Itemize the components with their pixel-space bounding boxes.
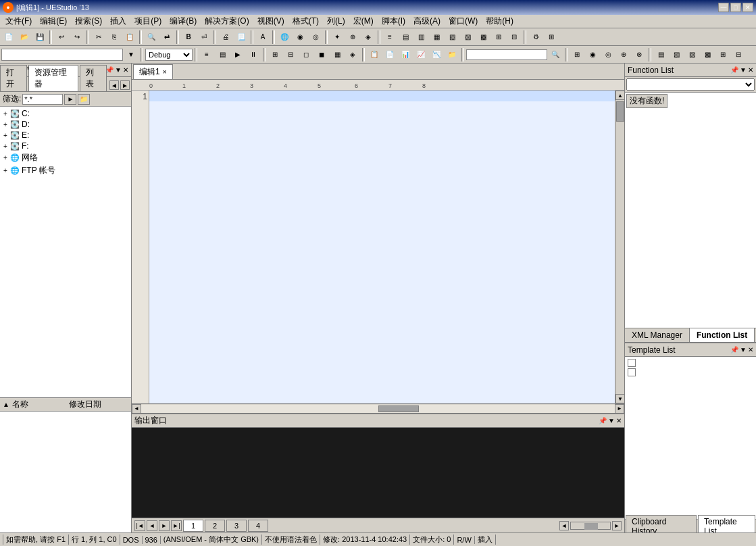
tb-r2-5[interactable]: ⊞ (268, 47, 282, 62)
tb-r2-14[interactable]: 📈 (413, 47, 428, 62)
tb-copy[interactable]: ⎘ (107, 30, 122, 45)
menu-file[interactable]: 文件(F) (1, 14, 36, 28)
fl-float-icon[interactable]: ▼ (740, 66, 747, 74)
tb-r2-11[interactable]: 📋 (367, 47, 382, 62)
tb-web[interactable]: 🌐 (277, 30, 292, 45)
scroll-track-v[interactable] (615, 100, 624, 394)
tb-r2-9[interactable]: ▦ (330, 47, 345, 62)
output-float-icon[interactable]: ▼ (608, 417, 615, 424)
tb-x5[interactable]: ▤ (398, 30, 413, 45)
menu-column[interactable]: 列(L) (323, 14, 349, 28)
tb-find[interactable]: 🔍 (144, 30, 159, 45)
tb-x8[interactable]: ▧ (445, 30, 459, 45)
page-scroll-right[interactable]: ► (612, 521, 622, 530)
maximize-button[interactable]: □ (730, 3, 741, 12)
tb-spell[interactable]: A (255, 30, 270, 45)
tb-x11[interactable]: ⊞ (491, 30, 506, 45)
tb-x1[interactable]: ✦ (330, 30, 345, 45)
page-next-button[interactable]: ► (159, 520, 170, 531)
tab-clipboard-history[interactable]: Clipboard History (626, 515, 697, 533)
editor-tab-close[interactable]: × (163, 68, 167, 76)
tab-open[interactable]: 打开 (0, 65, 27, 91)
editor-text-area[interactable] (149, 91, 615, 403)
filter-folder-button[interactable]: 📁 (78, 94, 90, 105)
tree-item-e[interactable]: + 💽 E: (1, 130, 130, 141)
tb-print2[interactable]: 📃 (234, 30, 249, 45)
editor-tab-1[interactable]: 编辑1 × (133, 64, 173, 79)
vertical-scrollbar[interactable]: ▲ ▼ (615, 91, 624, 403)
tb-bold[interactable]: B (181, 30, 196, 45)
minimize-button[interactable]: — (718, 3, 729, 12)
filter-go-button[interactable]: ► (64, 94, 76, 105)
scroll-right-button[interactable]: ► (615, 404, 624, 414)
tb-r2-4[interactable]: ⏸ (246, 47, 261, 62)
tab-function-list[interactable]: Function List (690, 328, 755, 342)
tb-r2-23[interactable]: ▧ (669, 47, 684, 62)
menu-solution[interactable]: 解决方案(O) (201, 14, 253, 28)
tb-web3[interactable]: ◎ (308, 30, 323, 45)
scroll-track-h[interactable] (141, 405, 615, 413)
tb-r2-20[interactable]: ⊕ (616, 47, 631, 62)
tab-list[interactable]: 列表 (80, 65, 107, 91)
tb-r2-6[interactable]: ⊟ (283, 47, 298, 62)
tl-pin-icon[interactable]: 📌 (730, 346, 738, 353)
menu-insert[interactable]: 插入 (106, 14, 130, 28)
menu-advanced[interactable]: 高级(A) (409, 14, 445, 28)
tb-r2-25[interactable]: ▩ (700, 47, 715, 62)
tb-save[interactable]: 💾 (32, 30, 47, 45)
page-tab-2[interactable]: 2 (205, 520, 225, 532)
menu-help[interactable]: 帮助(H) (482, 14, 518, 28)
tb-search-go[interactable]: 🔍 (548, 47, 563, 62)
tb-cut[interactable]: ✂ (91, 30, 106, 45)
tb-r2-15[interactable]: 📉 (429, 47, 444, 62)
tb-settings[interactable]: ⚙ (528, 30, 543, 45)
tb-replace[interactable]: ⇄ (159, 30, 174, 45)
tb-x2[interactable]: ⊕ (345, 30, 360, 45)
workspace-minimize-icon[interactable]: ▼ (115, 66, 122, 74)
tb-r2-1[interactable]: ≡ (199, 47, 214, 62)
tb-addr-go[interactable]: ▼ (124, 47, 138, 62)
debug-combo[interactable]: Debug (145, 49, 193, 61)
tb-wrap[interactable]: ⏎ (197, 30, 211, 45)
tree-item-c[interactable]: + 💽 C: (1, 108, 130, 119)
tb-new[interactable]: 📄 (1, 30, 16, 45)
scroll-down-button[interactable]: ▼ (615, 394, 624, 403)
tb-r2-10[interactable]: ◈ (345, 47, 360, 62)
fl-close-icon[interactable]: ✕ (748, 66, 753, 74)
page-prev-button[interactable]: ◄ (147, 520, 157, 531)
tb-x7[interactable]: ▦ (429, 30, 444, 45)
tree-item-ftp[interactable]: + 🌐 FTP 帐号 (1, 164, 130, 177)
tb-r2-16[interactable]: 📁 (445, 47, 459, 62)
page-scroll-left[interactable]: ◄ (559, 521, 569, 530)
tb-r2-24[interactable]: ▨ (684, 47, 699, 62)
tb-redo[interactable]: ↪ (70, 30, 84, 45)
menu-search[interactable]: 搜索(S) (71, 14, 106, 28)
menu-format[interactable]: 格式(T) (288, 14, 323, 28)
tl-float-icon[interactable]: ▼ (740, 346, 747, 353)
page-last-button[interactable]: ►| (171, 520, 182, 531)
function-dropdown[interactable] (626, 78, 755, 91)
tb-r2-3[interactable]: ▶ (230, 47, 245, 62)
tb-x3[interactable]: ◈ (361, 30, 376, 45)
tb-r2-2[interactable]: ▤ (215, 47, 230, 62)
tree-item-d[interactable]: + 💽 D: (1, 119, 130, 130)
scroll-thumb-v[interactable] (616, 101, 624, 122)
tb-paste[interactable]: 📋 (122, 30, 137, 45)
close-button[interactable]: ✕ (742, 3, 753, 12)
search-bar[interactable] (466, 49, 547, 60)
menu-project[interactable]: 项目(P) (130, 14, 166, 28)
scroll-left-button[interactable]: ◄ (132, 404, 141, 414)
address-input[interactable] (1, 49, 123, 61)
tree-item-network[interactable]: + 🌐 网络 (1, 151, 130, 164)
tb-print[interactable]: 🖨 (218, 30, 233, 45)
filter-input[interactable] (22, 94, 63, 105)
page-scroll-track[interactable] (570, 522, 611, 530)
template-checkbox-1[interactable] (628, 359, 636, 367)
tree-nav-right[interactable]: ► (120, 80, 130, 90)
tb-x10[interactable]: ▩ (476, 30, 490, 45)
tb-x9[interactable]: ▨ (460, 30, 475, 45)
page-scroll-thumb[interactable] (584, 523, 598, 530)
tb-x4[interactable]: ≡ (382, 30, 397, 45)
tb-r2-12[interactable]: 📄 (382, 47, 397, 62)
output-close-icon[interactable]: ✕ (616, 417, 622, 424)
